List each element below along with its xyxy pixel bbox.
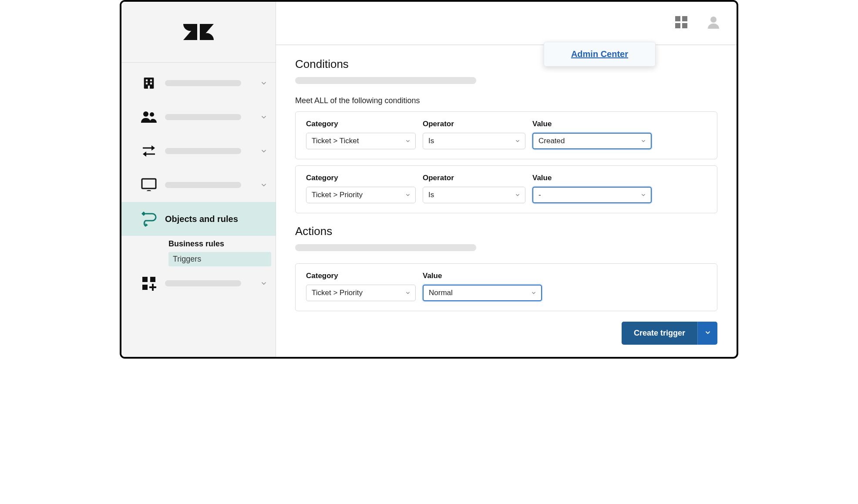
dropdown-value: Is — [428, 137, 434, 145]
nav-label-placeholder — [165, 182, 241, 188]
nav-item-objects-rules[interactable]: Objects and rules — [121, 202, 276, 236]
operator-label: Operator — [423, 174, 525, 182]
operator-dropdown[interactable]: Is — [423, 187, 525, 203]
content: Conditions Meet ALL of the following con… — [276, 45, 737, 357]
chevron-down-icon — [405, 192, 411, 198]
create-trigger-button[interactable]: Create trigger — [622, 322, 697, 345]
nav-subitem-triggers[interactable]: Triggers — [168, 252, 271, 266]
dropdown-value: Ticket > Ticket — [312, 137, 359, 145]
dropdown-value: Ticket > Priority — [312, 191, 363, 199]
svg-rect-19 — [675, 16, 680, 21]
svg-rect-14 — [142, 277, 148, 282]
chevron-down-icon — [405, 290, 411, 296]
nav-label-placeholder — [165, 114, 241, 120]
chevron-down-icon — [405, 138, 411, 144]
actions-description-placeholder — [295, 244, 476, 251]
nav-label-placeholder — [165, 148, 241, 154]
dropdown-value: Is — [428, 191, 434, 199]
value-dropdown[interactable]: - — [532, 187, 652, 203]
create-trigger-caret[interactable] — [697, 322, 717, 345]
nav-label-placeholder — [165, 80, 241, 86]
category-label: Category — [306, 272, 416, 280]
svg-point-9 — [150, 112, 154, 117]
svg-rect-5 — [146, 83, 148, 84]
category-dropdown[interactable]: Ticket > Priority — [306, 187, 416, 203]
chevron-down-icon — [515, 138, 521, 144]
people-icon — [140, 109, 158, 125]
svg-rect-4 — [150, 80, 152, 81]
monitor-icon — [140, 177, 158, 193]
category-dropdown[interactable]: Ticket > Priority — [306, 285, 416, 301]
apps-add-icon — [140, 275, 158, 292]
category-label: Category — [306, 174, 416, 182]
svg-rect-7 — [148, 86, 150, 89]
svg-rect-16 — [142, 285, 148, 290]
admin-center-popover: Admin Center — [544, 42, 656, 67]
svg-rect-22 — [682, 23, 687, 28]
chevron-down-icon — [260, 147, 268, 155]
nav-item-apps[interactable] — [121, 266, 276, 300]
svg-rect-12 — [142, 179, 156, 188]
conditions-all-label: Meet ALL of the following conditions — [295, 96, 717, 105]
condition-row: Category Ticket > Priority Operator Is — [295, 165, 717, 213]
admin-center-link[interactable]: Admin Center — [571, 49, 628, 59]
workflow-icon — [140, 211, 158, 227]
chevron-down-icon — [260, 113, 268, 121]
svg-rect-6 — [150, 83, 152, 84]
sidebar: Objects and rules Business rules Trigger… — [121, 2, 276, 357]
chevron-down-icon — [531, 290, 537, 296]
chevron-down-icon — [640, 192, 646, 198]
category-dropdown[interactable]: Ticket > Ticket — [306, 133, 416, 149]
dropdown-value: Created — [538, 137, 565, 145]
chevron-down-icon — [260, 79, 268, 87]
nav-label-placeholder — [165, 280, 241, 286]
svg-rect-21 — [675, 23, 680, 28]
arrows-icon — [140, 143, 158, 159]
chevron-down-icon — [640, 138, 646, 144]
nav-item-channels[interactable] — [121, 134, 276, 168]
nav-item-label: Objects and rules — [165, 214, 238, 224]
value-label: Value — [423, 272, 542, 280]
svg-point-23 — [710, 17, 717, 23]
footer-buttons: Create trigger — [295, 317, 717, 347]
value-label: Value — [532, 120, 652, 128]
condition-row: Category Ticket > Ticket Operator Is — [295, 111, 717, 159]
nav-item-people[interactable] — [121, 100, 276, 134]
dropdown-value: - — [538, 191, 541, 199]
nav-subsection: Business rules Triggers — [121, 236, 276, 266]
topbar — [276, 2, 737, 45]
svg-rect-20 — [682, 16, 687, 21]
value-dropdown[interactable]: Created — [532, 133, 652, 149]
nav-item-account[interactable] — [121, 66, 276, 100]
actions-title: Actions — [295, 225, 717, 238]
products-grid-icon[interactable] — [674, 15, 689, 31]
nav: Objects and rules Business rules Trigger… — [121, 63, 276, 300]
conditions-description-placeholder — [295, 77, 476, 84]
operator-dropdown[interactable]: Is — [423, 133, 525, 149]
nav-subheading: Business rules — [168, 236, 271, 252]
chevron-down-icon — [515, 192, 521, 198]
svg-point-8 — [143, 111, 148, 117]
action-row: Category Ticket > Priority Value Normal — [295, 263, 717, 311]
chevron-down-icon — [260, 181, 268, 189]
dropdown-value: Normal — [429, 289, 453, 297]
nav-item-workspaces[interactable] — [121, 168, 276, 202]
chevron-down-icon — [704, 329, 712, 338]
zendesk-logo — [183, 21, 214, 43]
logo-area — [121, 2, 276, 63]
value-dropdown[interactable]: Normal — [423, 285, 542, 301]
main: Admin Center Conditions Meet ALL of the … — [276, 2, 737, 357]
value-label: Value — [532, 174, 652, 182]
building-icon — [140, 75, 158, 91]
svg-rect-3 — [146, 80, 148, 81]
dropdown-value: Ticket > Priority — [312, 289, 363, 297]
operator-label: Operator — [423, 120, 525, 128]
svg-rect-15 — [150, 277, 155, 282]
category-label: Category — [306, 120, 416, 128]
user-avatar-icon[interactable] — [706, 15, 721, 31]
chevron-down-icon — [260, 279, 268, 287]
